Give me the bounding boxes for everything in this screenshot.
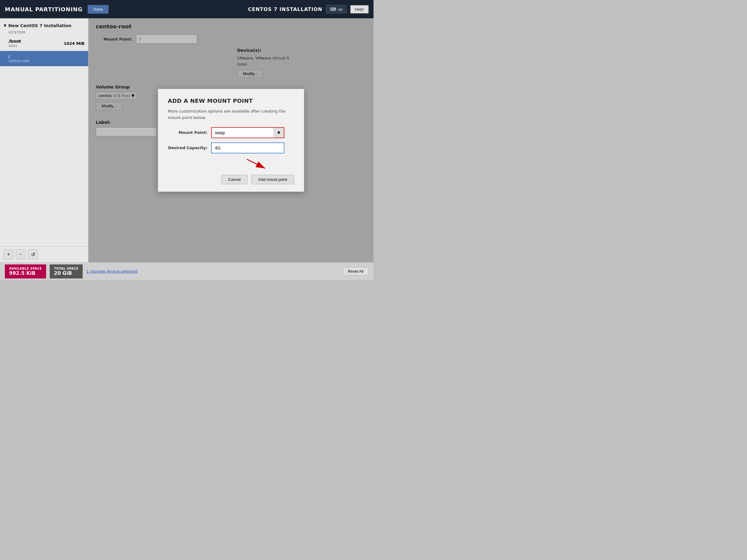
modal-mount-point-row: Mount Point: swap / /boot /home /var ▼ bbox=[168, 127, 294, 138]
header: MANUAL PARTITIONING Done CENTOS 7 INSTAL… bbox=[0, 0, 374, 18]
system-label: SYSTEM bbox=[0, 29, 88, 36]
available-space-label: AVAILABLE SPACE bbox=[9, 267, 42, 270]
done-button[interactable]: Done bbox=[87, 5, 109, 14]
right-panel: centos-root Mount Point: Volume Group ce… bbox=[88, 18, 374, 262]
remove-partition-button[interactable]: − bbox=[16, 249, 26, 259]
header-left: MANUAL PARTITIONING Done bbox=[5, 5, 109, 14]
left-bottom-controls: + − ↺ bbox=[0, 246, 88, 262]
partition-sub-boot: sda1 bbox=[8, 44, 21, 48]
modal-title: ADD A NEW MOUNT POINT bbox=[168, 98, 294, 104]
centos-title: CENTOS 7 INSTALLATION bbox=[248, 6, 323, 12]
tree-group-label: New CentOS 7 Installation bbox=[8, 23, 71, 28]
modal-buttons: Cancel Add mount point bbox=[168, 175, 294, 184]
svg-line-1 bbox=[247, 159, 265, 168]
arrow-container bbox=[168, 158, 294, 170]
partition-item-boot-left: /boot sda1 bbox=[8, 39, 21, 48]
partition-item-boot[interactable]: /boot sda1 1024 MiB bbox=[0, 36, 88, 51]
modal-capacity-row: Desired Capacity: bbox=[168, 142, 294, 154]
tree-arrow-icon: ▼ bbox=[4, 24, 6, 28]
total-space-value: 20 GiB bbox=[54, 270, 78, 276]
modal-mount-point-select[interactable]: swap / /boot /home /var bbox=[211, 127, 284, 138]
footer-left: AVAILABLE SPACE 992.5 KiB TOTAL SPACE 20… bbox=[5, 264, 138, 278]
keyboard-icon: ⌨ bbox=[330, 7, 336, 11]
red-arrow-svg bbox=[245, 158, 270, 170]
add-mount-point-modal: ADD A NEW MOUNT POINT More customization… bbox=[158, 89, 304, 192]
available-space-value: 992.5 KiB bbox=[9, 270, 42, 276]
reset-all-button[interactable]: Reset All bbox=[343, 267, 369, 275]
help-button[interactable]: Help! bbox=[350, 5, 369, 14]
partition-name-boot: /boot bbox=[8, 39, 21, 44]
refresh-button[interactable]: ↺ bbox=[28, 249, 38, 259]
modal-mount-point-label: Mount Point: bbox=[168, 130, 207, 135]
total-space-box: TOTAL SPACE 20 GiB bbox=[50, 264, 83, 278]
main-content: ▼ New CentOS 7 Installation SYSTEM /boot… bbox=[0, 18, 374, 262]
keyboard-widget[interactable]: ⌨ us bbox=[326, 5, 346, 14]
modal-overlay: ADD A NEW MOUNT POINT More customization… bbox=[88, 18, 374, 262]
total-space-label: TOTAL SPACE bbox=[54, 267, 78, 270]
modal-capacity-input[interactable] bbox=[211, 142, 284, 154]
footer: AVAILABLE SPACE 992.5 KiB TOTAL SPACE 20… bbox=[0, 262, 374, 280]
modal-select-wrapper: swap / /boot /home /var ▼ bbox=[211, 127, 284, 138]
add-partition-button[interactable]: + bbox=[4, 249, 14, 259]
header-right: CENTOS 7 INSTALLATION ⌨ us Help! bbox=[248, 5, 369, 14]
modal-description: More customization options are available… bbox=[168, 108, 294, 121]
partition-sub-root: centos-root bbox=[8, 59, 29, 63]
partition-tree: ▼ New CentOS 7 Installation SYSTEM /boot… bbox=[0, 18, 88, 246]
partition-item-root-left: / centos-root bbox=[8, 54, 29, 63]
partition-name-root: / bbox=[8, 54, 29, 59]
cancel-button[interactable]: Cancel bbox=[221, 175, 248, 184]
page-title: MANUAL PARTITIONING bbox=[5, 6, 83, 12]
keyboard-lang: us bbox=[338, 7, 343, 11]
partition-size-boot: 1024 MiB bbox=[64, 41, 84, 46]
left-panel: ▼ New CentOS 7 Installation SYSTEM /boot… bbox=[0, 18, 88, 262]
available-space-box: AVAILABLE SPACE 992.5 KiB bbox=[5, 264, 46, 278]
tree-group-header[interactable]: ▼ New CentOS 7 Installation bbox=[0, 21, 88, 29]
storage-device-link[interactable]: 1 storage device selected bbox=[86, 269, 138, 274]
modal-capacity-label: Desired Capacity: bbox=[168, 145, 207, 150]
partition-item-root[interactable]: / centos-root bbox=[0, 51, 88, 66]
add-mount-point-button[interactable]: Add mount point bbox=[251, 175, 294, 184]
